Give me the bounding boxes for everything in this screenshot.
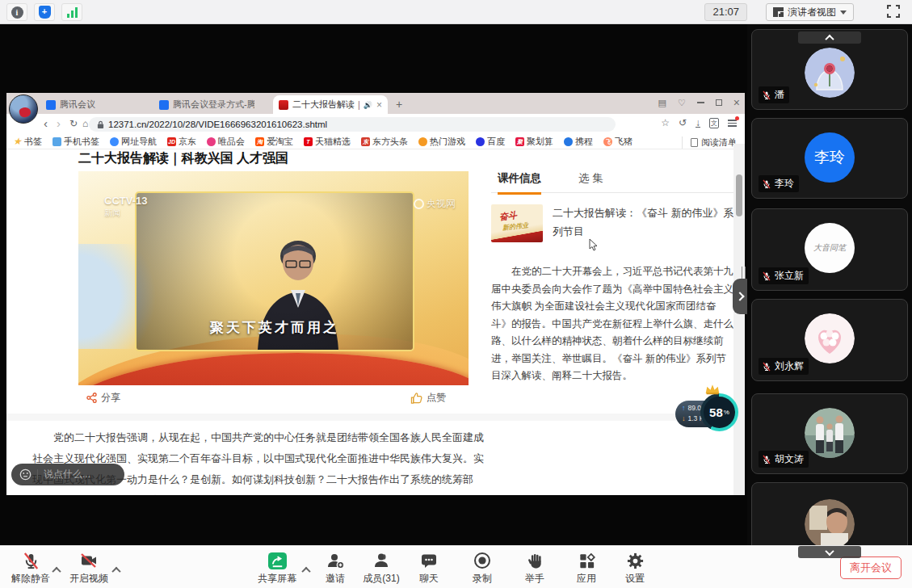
meeting-info-button[interactable]: i (6, 3, 27, 21)
new-tab-button[interactable]: + (396, 98, 402, 111)
scroll-up-button[interactable] (798, 32, 861, 44)
meeting-security-button[interactable]: + (34, 3, 55, 21)
meeting-app: i + 21:07 演讲者视图 腾讯会议 (0, 0, 912, 588)
share-screen-icon (251, 550, 303, 571)
chat-button[interactable]: 聊天 (403, 550, 455, 586)
participant-name-tag: 刘永辉 (759, 358, 809, 375)
raise-hand-button[interactable]: 举手 (509, 550, 561, 586)
bookmark-item[interactable]: 聚聚划算 (515, 136, 553, 148)
download-icon[interactable]: ↓ (696, 119, 700, 128)
start-video-button[interactable]: 开启视频 (63, 550, 115, 586)
bookmark-item[interactable]: JD京东 (167, 136, 196, 148)
apps-button[interactable]: 应用 (561, 550, 612, 586)
navbar-actions: ☆ ↺ ↓ 文 (661, 117, 737, 128)
chat-placeholder: 说点什么... (44, 468, 90, 481)
tab-episodes[interactable]: 选集 (578, 171, 607, 186)
tab-close-icon[interactable]: × (376, 99, 382, 111)
back-icon[interactable]: ‹ (44, 116, 48, 130)
episode-title[interactable]: 二十大报告解读：《奋斗 新的伟业》系列节目 (553, 204, 735, 241)
voov-favicon (46, 100, 56, 110)
participant-tile[interactable]: 大音同笔 张立新 (751, 208, 908, 291)
invite-button[interactable]: 邀请 (309, 550, 361, 586)
section-divider (6, 414, 733, 421)
bookmark-item[interactable]: 热门游戏 (418, 136, 465, 148)
chevron-up-icon (52, 567, 61, 576)
browser-tab-1[interactable]: 腾讯会议 (40, 95, 147, 114)
browser-tab-3-active[interactable]: 二十大报告解读｜科教兴国 人才强国 🔊 × (273, 95, 388, 114)
home-icon[interactable]: ⌂ (82, 118, 88, 129)
shared-browser-window: 腾讯会议 腾讯会议登录方式-腾讯会议 二十大报告解读｜科教兴国 人才强国 🔊 ×… (6, 93, 745, 495)
participant-tile[interactable]: 潘 (751, 29, 908, 110)
network-speed-widget[interactable]: ↑89.0 K/s ↓1.3 K/s 58% (675, 385, 740, 452)
bookmark-item[interactable]: 携程 (564, 136, 593, 148)
bookmark-item[interactable]: 唯品会 (207, 136, 245, 148)
participant-tile[interactable]: 李玲 李玲 (751, 118, 908, 199)
info-icon: i (11, 6, 23, 19)
fullscreen-icon (886, 4, 901, 19)
participant-name-tag: 张立新 (759, 267, 809, 284)
download-arrow-icon: ↓ (682, 414, 686, 424)
share-screen-button[interactable]: 共享屏幕 (251, 550, 303, 586)
minimize-icon[interactable] (697, 102, 704, 103)
share-button[interactable]: 分享 (86, 391, 120, 405)
browser-tabstrip: 腾讯会议 腾讯会议登录方式-腾讯会议 二十大报告解读｜科教兴国 人才强国 🔊 ×… (6, 93, 745, 114)
participant-tile[interactable]: 刘永辉 (751, 299, 908, 381)
tab-courseware-info[interactable]: 课件信息 (498, 171, 541, 195)
participant-tile[interactable]: 胡文涛 (751, 393, 908, 474)
bookmark-item[interactable]: 手机书签 (53, 136, 99, 148)
like-button[interactable]: 点赞 (410, 391, 446, 405)
close-window-icon[interactable]: × (733, 96, 740, 109)
bookmark-item[interactable]: 淘爱淘宝 (255, 136, 293, 148)
address-bar[interactable]: 12371.cn/2022/10/28/VIDE1666963201610623… (89, 117, 616, 132)
share-options-caret[interactable] (303, 562, 309, 577)
scroll-down-button[interactable] (798, 546, 861, 558)
meeting-toolbar: 解除静音 开启视频 共享屏幕 邀请 成员(31) (0, 545, 912, 588)
webpage-content: 二十大报告解读｜科教兴国 人才强国 CCTV-13 新闻 央视网 (6, 149, 745, 495)
forward-icon[interactable]: › (57, 116, 61, 130)
bookmark-item[interactable]: 东东方头条 (361, 136, 408, 148)
refresh-icon[interactable]: ↻ (69, 118, 78, 129)
bookmark-item[interactable]: 飞飞猪 (603, 136, 633, 148)
camera-off-icon (63, 550, 115, 571)
caret-down-icon (840, 10, 847, 15)
reader-mode-icon[interactable]: ▤ (658, 98, 666, 108)
sidebar-collapse-button[interactable] (733, 279, 747, 314)
history-icon[interactable]: ↺ (679, 117, 687, 128)
video-player[interactable]: CCTV-13 新闻 央视网 (78, 171, 469, 385)
browser-profile-avatar[interactable] (9, 94, 38, 124)
mic-muted-icon (762, 179, 771, 189)
maximize-icon[interactable] (716, 99, 722, 106)
record-button[interactable]: 录制 (456, 550, 508, 586)
browser-tab-2[interactable]: 腾讯会议登录方式-腾讯会议 (153, 95, 260, 114)
view-mode-dropdown[interactable]: 演讲者视图 (766, 3, 854, 21)
fullscreen-button[interactable] (886, 4, 902, 20)
quick-chat-input[interactable]: 说点什么... (11, 464, 124, 485)
bookmark-item[interactable]: ★书签 (13, 136, 42, 148)
scrollbar-thumb[interactable] (736, 174, 742, 216)
members-button[interactable]: 成员(31) (355, 550, 407, 586)
bookmark-item[interactable]: 网址导航 (110, 136, 157, 148)
games-icon (418, 137, 427, 146)
browser-navbar: ‹ › ↻ ⌂ 12371.cn/2022/10/28/VIDE16669632… (6, 114, 745, 135)
avatar (805, 313, 855, 363)
favorite-heart-icon[interactable]: ♡ (678, 98, 686, 108)
settings-button[interactable]: 设置 (609, 550, 661, 586)
bookmark-item[interactable]: 百度 (476, 136, 505, 148)
reading-list-button[interactable]: 阅读清单 (682, 136, 737, 149)
bookmark-star-icon[interactable]: ☆ (661, 117, 670, 128)
unmute-button[interactable]: 解除静音 (5, 550, 57, 586)
mic-options-caret[interactable] (53, 562, 60, 577)
meeting-clock: 21:07 (704, 3, 747, 21)
leave-meeting-button[interactable]: 离开会议 (840, 556, 901, 579)
participant-name-tag: 胡文涛 (759, 451, 809, 468)
translate-icon[interactable]: 文 (709, 118, 719, 128)
network-quality-button[interactable] (61, 3, 82, 21)
avatar (805, 499, 855, 549)
usage-percent-ring: 58% (700, 393, 738, 431)
episode-thumbnail[interactable]: 奋斗 新的伟业 (491, 204, 543, 242)
bookmark-item[interactable]: T天猫精选 (304, 136, 351, 148)
phone-icon (53, 137, 61, 146)
divider (37, 469, 38, 480)
browser-menu-icon[interactable] (728, 119, 737, 127)
video-options-caret[interactable] (113, 562, 120, 577)
